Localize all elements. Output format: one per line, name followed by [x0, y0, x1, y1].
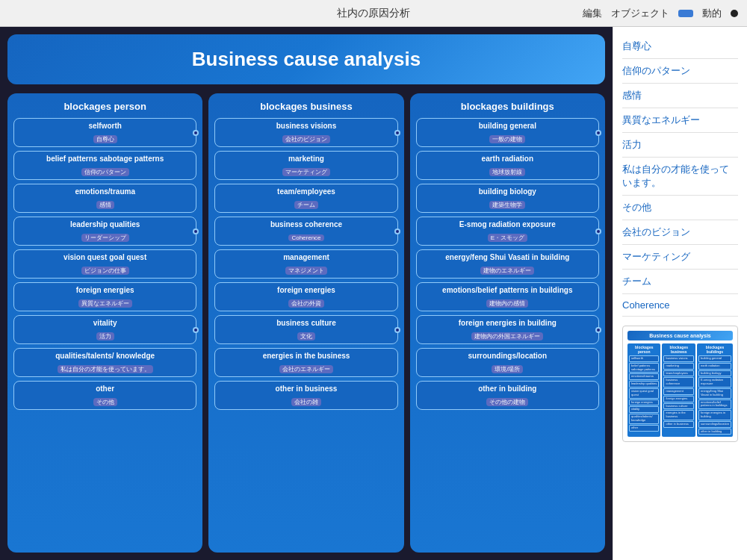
- item-block[interactable]: E-smog radiation exposureE・スモッグ: [416, 217, 599, 246]
- color-indicator[interactable]: [678, 10, 693, 17]
- sidebar-item[interactable]: 私は自分の才能を使っています。: [622, 158, 738, 196]
- item-ja-label: 自尊心: [93, 135, 117, 143]
- item-block[interactable]: foreign energies異質なエネルギー: [13, 282, 196, 311]
- mini-item-label: vitality: [631, 408, 657, 411]
- mini-preview-title: Business cause analysis: [627, 331, 733, 340]
- mini-item-label: management: [666, 390, 691, 393]
- item-block[interactable]: vitality活力: [13, 315, 196, 344]
- item-block[interactable]: energy/feng Shui Vasati in building建物のエネ…: [416, 249, 599, 279]
- mini-item-label: team/employees: [666, 372, 691, 376]
- mini-item-label: selfworth: [631, 357, 657, 361]
- pin-icon: [394, 327, 400, 333]
- item-block[interactable]: building biology建築生物学: [416, 184, 599, 213]
- sidebar-item[interactable]: チーム: [622, 270, 738, 294]
- item-en-label: team/employees: [220, 187, 392, 196]
- item-en-label: earth radiation: [421, 154, 594, 164]
- item-ja-label: ビジョンの仕事: [81, 267, 129, 275]
- item-block[interactable]: other in buildingその他の建物: [416, 381, 599, 410]
- mini-item: leadership qualities: [629, 381, 659, 388]
- item-en-label: building general: [421, 121, 594, 131]
- item-block[interactable]: leadership qualitiesリーダーシップ: [13, 217, 196, 246]
- top-bar: 社内の原因分析 編集 オブジェクト 動的: [0, 0, 747, 27]
- mini-item-label: foreign energies in building: [701, 411, 729, 419]
- sidebar-item[interactable]: Coherence: [622, 294, 738, 317]
- item-en-label: business coherence: [220, 220, 392, 229]
- item-block[interactable]: business culture文化: [214, 315, 397, 344]
- sidebar-item[interactable]: 会社のビジョン: [622, 220, 738, 245]
- item-block[interactable]: foreign energies in building建物内の外国エネルギー: [416, 315, 599, 344]
- mini-col-title: blockages buildings: [698, 345, 731, 354]
- item-ja-label: 異質なエネルギー: [78, 299, 132, 308]
- mini-item-label: emotions/trauma: [631, 375, 657, 379]
- item-en-label: selfworth: [19, 121, 191, 131]
- mini-item: business coherence: [663, 377, 693, 388]
- item-block[interactable]: earth radiation地球放射線: [416, 151, 599, 180]
- item-en-label: energy/feng Shui Vasati in building: [421, 252, 594, 262]
- item-ja-label: マネジメント: [285, 267, 327, 275]
- mini-col: blockages buildingsbuilding generalearth…: [697, 343, 733, 437]
- sidebar-item[interactable]: 自尊心: [622, 34, 738, 59]
- status-dot[interactable]: [731, 10, 738, 17]
- title-banner: Business cause analysis: [7, 34, 605, 84]
- item-block[interactable]: emotions/belief patterns in buildings建物内…: [416, 282, 599, 311]
- mini-item: team/employees: [663, 370, 693, 377]
- object-label[interactable]: オブジェクト: [611, 7, 669, 20]
- item-block[interactable]: other in business会社の雑: [214, 381, 397, 410]
- mini-item: E-smog radiation exposure: [698, 377, 731, 388]
- mini-item: foreign energies: [663, 396, 693, 402]
- item-en-label: other: [19, 384, 191, 393]
- item-block[interactable]: selfworth自尊心: [13, 118, 196, 147]
- column-business: blockages businessbusiness visions会社のビジョ…: [208, 93, 403, 553]
- item-block[interactable]: marketingマーケティング: [214, 151, 397, 180]
- pin-icon: [193, 130, 199, 136]
- column-title-business: blockages business: [214, 101, 397, 112]
- item-ja-label: E・スモッグ: [488, 234, 527, 242]
- item-ja-label: その他: [93, 398, 117, 406]
- item-block[interactable]: belief patterns sabotage patterns信仰のパターン: [13, 151, 196, 180]
- sidebar-item[interactable]: 異質なエネルギー: [622, 108, 738, 133]
- item-block[interactable]: managementマネジメント: [214, 249, 397, 279]
- item-block[interactable]: foreign energies会社の外資: [214, 282, 397, 311]
- item-block[interactable]: surroundings/location環境/場所: [416, 348, 599, 377]
- item-block[interactable]: vision quest goal questビジョンの仕事: [13, 249, 196, 279]
- item-block[interactable]: team/employeesチーム: [214, 184, 397, 213]
- edit-label[interactable]: 編集: [583, 7, 602, 20]
- item-en-label: management: [220, 252, 392, 262]
- item-en-label: surroundings/location: [421, 351, 594, 361]
- item-en-label: vision quest goal quest: [19, 252, 191, 262]
- mini-item: foreign energies: [629, 399, 659, 406]
- sidebar-item[interactable]: 感情: [622, 84, 738, 108]
- item-block[interactable]: business visions会社のビジョン: [214, 118, 397, 147]
- item-block[interactable]: building general一般の建物: [416, 118, 599, 147]
- item-en-label: foreign energies: [19, 285, 191, 295]
- item-block[interactable]: energies in the business会社のエネルギー: [214, 348, 397, 377]
- mini-item-label: foreign energies: [666, 397, 691, 401]
- mini-item-label: building biology: [701, 372, 729, 376]
- item-ja-label: 感情: [96, 201, 114, 209]
- mini-item: vitality: [629, 406, 659, 413]
- item-en-label: vitality: [19, 318, 191, 328]
- sidebar-item[interactable]: 活力: [622, 133, 738, 158]
- item-block[interactable]: otherその他: [13, 381, 196, 410]
- item-block[interactable]: emotions/trauma感情: [13, 184, 196, 213]
- item-ja-label: リーダーシップ: [81, 234, 129, 242]
- pin-icon: [394, 130, 400, 136]
- sidebar-item[interactable]: その他: [622, 196, 738, 220]
- item-block[interactable]: qualities/talents/ knowledge私は自分の才能を使ってい…: [13, 348, 196, 377]
- item-ja-label: 文化: [297, 332, 315, 340]
- item-ja-label: マーケティング: [282, 168, 330, 176]
- item-ja-label: 建物内の外国エネルギー: [471, 332, 543, 340]
- item-block[interactable]: business coherenceCoherence: [214, 217, 397, 246]
- column-buildings: blockages buildingsbuilding general一般の建物…: [410, 93, 605, 553]
- item-en-label: marketing: [220, 154, 392, 164]
- dynamic-label[interactable]: 動的: [702, 7, 722, 20]
- mini-item-label: energies in the business: [666, 411, 691, 419]
- pin-icon: [193, 228, 199, 234]
- item-en-label: E-smog radiation exposure: [421, 220, 594, 229]
- sidebar-item[interactable]: 信仰のパターン: [622, 59, 738, 84]
- mini-item: other in business: [663, 421, 693, 428]
- sidebar-item[interactable]: マーケティング: [622, 245, 738, 270]
- mini-item: belief patterns sabotage patterns: [629, 363, 659, 373]
- item-ja-label: 会社のエネルギー: [279, 365, 333, 373]
- column-title-buildings: blockages buildings: [416, 101, 599, 112]
